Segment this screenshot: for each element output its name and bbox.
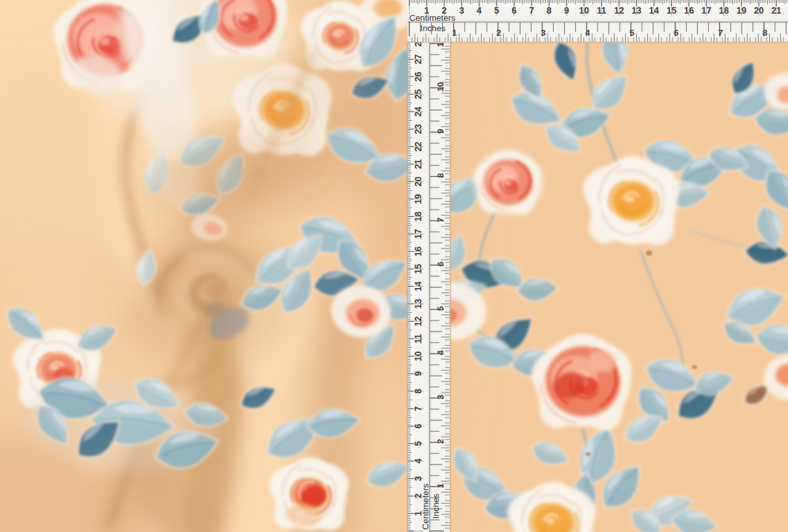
svg-text:Centimeters: Centimeters	[410, 13, 456, 23]
svg-text:8: 8	[436, 173, 445, 178]
svg-text:8: 8	[547, 6, 552, 16]
svg-text:5: 5	[413, 441, 423, 446]
svg-text:9: 9	[436, 128, 445, 134]
svg-text:4: 4	[413, 459, 423, 464]
svg-text:11: 11	[597, 6, 606, 16]
svg-text:18: 18	[413, 212, 423, 222]
svg-text:27: 27	[413, 54, 423, 64]
svg-text:4: 4	[476, 6, 482, 16]
svg-text:17: 17	[413, 229, 423, 239]
svg-text:1: 1	[452, 28, 458, 38]
svg-text:7: 7	[718, 28, 723, 38]
svg-text:6: 6	[511, 6, 517, 16]
svg-text:7: 7	[436, 217, 445, 223]
svg-text:15: 15	[413, 264, 423, 274]
svg-text:5: 5	[494, 6, 499, 16]
svg-text:9: 9	[564, 6, 569, 16]
svg-text:12: 12	[614, 6, 624, 16]
svg-text:6: 6	[436, 261, 445, 267]
svg-text:25: 25	[413, 89, 423, 99]
svg-text:18: 18	[719, 6, 730, 16]
svg-text:Inches: Inches	[421, 23, 446, 33]
svg-text:14: 14	[649, 6, 659, 16]
svg-text:Centimeters: Centimeters	[421, 483, 430, 529]
svg-text:21: 21	[413, 159, 423, 169]
svg-text:3: 3	[459, 6, 464, 16]
svg-text:19: 19	[737, 6, 747, 16]
svg-text:17: 17	[702, 6, 712, 16]
svg-text:16: 16	[413, 247, 423, 257]
svg-text:5: 5	[436, 306, 445, 311]
svg-text:6: 6	[413, 424, 423, 429]
svg-text:9: 9	[413, 371, 423, 376]
svg-text:2: 2	[436, 439, 445, 444]
svg-text:21: 21	[771, 6, 782, 16]
svg-text:2: 2	[497, 28, 502, 38]
svg-text:26: 26	[413, 71, 423, 82]
svg-text:10: 10	[579, 6, 589, 16]
svg-text:10: 10	[436, 82, 445, 91]
svg-text:8: 8	[763, 28, 768, 38]
svg-text:20: 20	[754, 6, 764, 16]
svg-text:11: 11	[413, 334, 423, 344]
svg-text:1: 1	[436, 483, 445, 488]
svg-text:3: 3	[413, 476, 423, 481]
svg-text:22: 22	[413, 141, 423, 152]
svg-text:6: 6	[674, 28, 679, 38]
svg-text:7: 7	[529, 6, 534, 16]
svg-text:3: 3	[541, 28, 546, 38]
svg-text:15: 15	[667, 6, 677, 16]
svg-text:4: 4	[585, 28, 590, 38]
svg-text:Inches: Inches	[431, 493, 441, 518]
svg-text:5: 5	[630, 28, 635, 38]
svg-text:12: 12	[413, 316, 423, 326]
svg-text:24: 24	[413, 106, 423, 117]
svg-text:19: 19	[413, 194, 423, 204]
svg-text:13: 13	[413, 298, 423, 309]
svg-text:16: 16	[684, 6, 695, 16]
svg-text:14: 14	[413, 281, 423, 291]
svg-text:20: 20	[413, 176, 423, 187]
svg-text:23: 23	[413, 124, 423, 134]
svg-text:8: 8	[413, 389, 423, 394]
svg-text:7: 7	[413, 406, 423, 411]
svg-text:4: 4	[436, 350, 445, 355]
svg-text:13: 13	[632, 6, 642, 16]
svg-text:10: 10	[413, 351, 423, 361]
svg-text:3: 3	[436, 394, 445, 400]
